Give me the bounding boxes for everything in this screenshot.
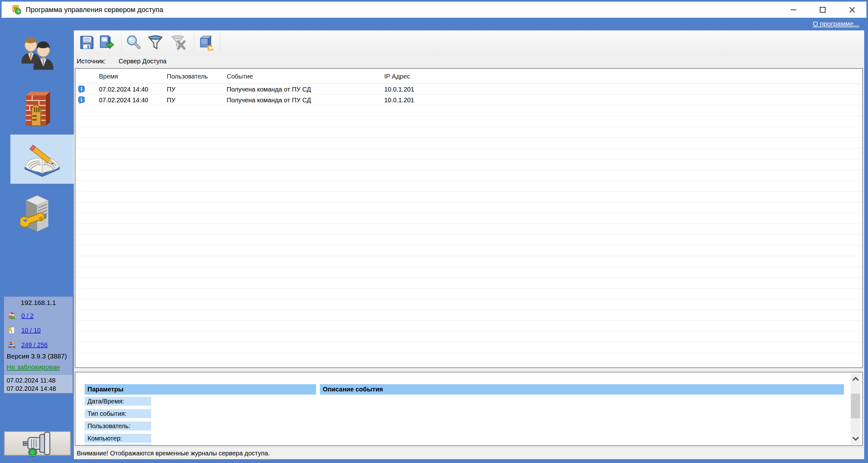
exit-button[interactable]	[4, 432, 70, 455]
param-label-cell: Пользователь:	[85, 422, 151, 430]
chevron-down-icon	[852, 436, 859, 441]
search-icon	[125, 34, 142, 51]
operators-counter-link[interactable]: 0 / 2	[21, 312, 34, 320]
version-text: Версия 3.9.3 (3887)	[7, 353, 67, 360]
status-bar: Внимание! Отображаются временные журналы…	[74, 447, 864, 459]
scroll-down-button[interactable]	[850, 434, 860, 443]
maximize-icon	[819, 6, 826, 13]
params-header: Параметры	[85, 384, 316, 395]
column-header-event[interactable]: Событие	[227, 69, 253, 84]
search-button[interactable]	[124, 33, 143, 52]
server-settings-icon	[20, 193, 54, 234]
table-row[interactable]: 07.02.2024 14:40 ПУ Получена команда от …	[75, 84, 862, 95]
sidebar-item-firewall[interactable]	[0, 88, 74, 132]
cell-event: Получена команда от ПУ СД	[227, 84, 311, 95]
table-header-row: Время Пользователь Событие IP Адрес	[75, 69, 862, 84]
operators-counter-row: 0 / 2	[7, 311, 34, 321]
server-ip: 192.168.1.1	[4, 299, 72, 306]
title-bar: Программа управления сервером доступа	[2, 2, 866, 18]
devices-counter-row: 249 / 256	[7, 340, 48, 350]
lock-status-link[interactable]: Не заблокирован	[7, 363, 60, 371]
column-header-ip[interactable]: IP Адрес	[384, 69, 410, 84]
minimize-button[interactable]	[784, 2, 803, 18]
about-link[interactable]: О программе...	[813, 18, 859, 30]
cell-user: ПУ	[167, 84, 175, 95]
export-journal-icon	[98, 34, 115, 51]
scroll-up-button[interactable]	[850, 374, 860, 384]
key-document-icon	[7, 326, 16, 335]
chevron-up-icon	[852, 377, 859, 381]
session-times-box: 07.02.2024 11:48 07.02.2024 14:48	[4, 375, 72, 393]
licenses-counter-row: 10 / 10	[7, 325, 40, 335]
filter-button[interactable]	[146, 33, 164, 52]
scrollbar-thumb[interactable]	[851, 394, 860, 418]
source-row: Источник: Сервер Доступа	[74, 56, 864, 68]
cell-time: 07.02.2024 14:40	[99, 95, 148, 105]
description-header: Описание события	[320, 384, 844, 395]
cell-time: 07.02.2024 14:40	[99, 84, 148, 95]
cell-user: ПУ	[167, 95, 175, 105]
param-label-cell: Дата/Время:	[85, 397, 151, 406]
source-value: Сервер Доступа	[119, 58, 166, 65]
column-header-user[interactable]: Пользователь	[167, 69, 208, 84]
main-area: Источник: Сервер Доступа Время Пользоват…	[74, 30, 864, 459]
server-sync-icon	[198, 34, 214, 51]
devices-counter-link[interactable]: 249 / 256	[21, 341, 48, 349]
window-title: Программа управления сервером доступа	[26, 2, 163, 18]
source-label: Источник:	[77, 58, 105, 65]
sidebar-item-server-settings[interactable]	[0, 190, 74, 236]
toolbar	[74, 30, 864, 56]
clear-filter-button[interactable]	[169, 33, 187, 52]
licenses-counter-link[interactable]: 10 / 10	[21, 327, 40, 334]
toolbar-separator	[121, 33, 122, 51]
disconnect-plug-icon	[19, 430, 56, 457]
filter-icon	[147, 34, 163, 51]
param-label-partial	[85, 444, 151, 445]
device-counter-icon	[7, 340, 16, 349]
close-icon	[849, 6, 856, 13]
session-start-time: 07.02.2024 11:48	[7, 376, 72, 385]
users-icon	[17, 35, 57, 77]
param-label-cell: Тип события:	[85, 409, 151, 418]
column-header-time[interactable]: Время	[99, 69, 118, 84]
menu-strip: О программе...	[0, 18, 868, 30]
current-time: 07.02.2024 14:48	[7, 385, 72, 393]
info-bubble-icon	[78, 86, 85, 93]
save-icon	[79, 34, 95, 51]
toolbar-separator	[194, 33, 194, 51]
cell-event: Получена команда от ПУ СД	[227, 95, 311, 105]
table-row[interactable]: 07.02.2024 14:40 ПУ Получена команда от …	[75, 95, 862, 105]
server-status-panel: 192.168.1.1 0 / 2 10 / 10	[4, 296, 73, 393]
sidebar-item-users[interactable]	[0, 32, 74, 80]
cell-ip: 10.0.1.201	[384, 84, 414, 95]
small-users-icon	[7, 311, 16, 320]
server-sync-button[interactable]	[197, 33, 215, 52]
minimize-icon	[790, 6, 797, 13]
log-table-body: 07.02.2024 14:40 ПУ Получена команда от …	[75, 84, 862, 367]
maximize-button[interactable]	[813, 2, 833, 18]
export-journal-button[interactable]	[97, 33, 116, 52]
save-journal-button[interactable]	[78, 33, 96, 52]
toolbar-separator	[220, 33, 220, 51]
details-scrollbar[interactable]	[850, 373, 860, 444]
event-log-table: Время Пользователь Событие IP Адрес 07.0…	[75, 68, 863, 368]
cell-ip: 10.0.1.201	[384, 95, 414, 105]
clear-filter-icon	[170, 34, 186, 51]
status-bar-text: Внимание! Отображаются временные журналы…	[77, 448, 270, 459]
sidebar: 192.168.1.1 0 / 2 10 / 10	[0, 30, 74, 463]
info-bubble-icon	[78, 96, 85, 104]
close-button[interactable]	[842, 2, 862, 18]
firewall-icon	[22, 90, 53, 130]
param-label-cell: Компьютер:	[85, 434, 151, 443]
sidebar-item-journal-selected[interactable]	[10, 135, 74, 184]
journal-icon	[22, 141, 62, 178]
event-details-panel: Параметры Описание события Дата/Время: Т…	[75, 372, 863, 446]
app-icon	[12, 5, 22, 15]
